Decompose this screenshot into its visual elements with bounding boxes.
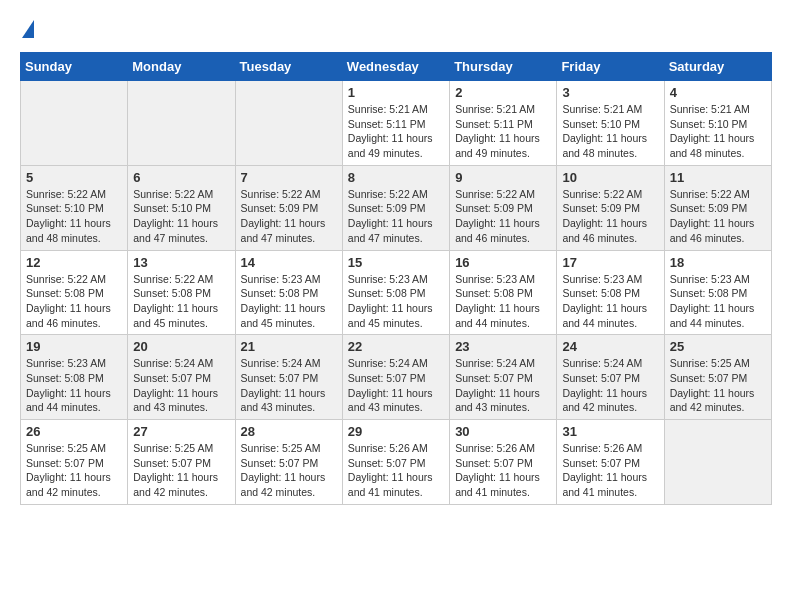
day-info: Sunrise: 5:23 AMSunset: 5:08 PMDaylight:… [348, 272, 444, 331]
calendar-day-cell: 23Sunrise: 5:24 AMSunset: 5:07 PMDayligh… [450, 335, 557, 420]
day-info: Sunrise: 5:24 AMSunset: 5:07 PMDaylight:… [348, 356, 444, 415]
calendar-day-cell: 13Sunrise: 5:22 AMSunset: 5:08 PMDayligh… [128, 250, 235, 335]
day-info-line: Sunset: 5:09 PM [670, 202, 748, 214]
calendar-day-cell [664, 420, 771, 505]
day-info-line: Sunrise: 5:23 AM [670, 273, 750, 285]
day-number: 23 [455, 339, 551, 354]
day-number: 31 [562, 424, 658, 439]
weekday-header-wednesday: Wednesday [342, 53, 449, 81]
calendar-day-cell: 20Sunrise: 5:24 AMSunset: 5:07 PMDayligh… [128, 335, 235, 420]
day-info-line: Sunrise: 5:26 AM [455, 442, 535, 454]
weekday-header-saturday: Saturday [664, 53, 771, 81]
weekday-header-tuesday: Tuesday [235, 53, 342, 81]
day-info-line: Sunset: 5:08 PM [26, 372, 104, 384]
day-number: 29 [348, 424, 444, 439]
day-info-line: Sunset: 5:10 PM [26, 202, 104, 214]
day-info-line: Daylight: 11 hours and 43 minutes. [241, 387, 326, 414]
calendar-day-cell: 30Sunrise: 5:26 AMSunset: 5:07 PMDayligh… [450, 420, 557, 505]
day-info-line: Sunset: 5:08 PM [670, 287, 748, 299]
day-number: 7 [241, 170, 337, 185]
day-number: 1 [348, 85, 444, 100]
day-info-line: Daylight: 11 hours and 44 minutes. [26, 387, 111, 414]
day-number: 15 [348, 255, 444, 270]
day-info: Sunrise: 5:23 AMSunset: 5:08 PMDaylight:… [455, 272, 551, 331]
day-info-line: Daylight: 11 hours and 43 minutes. [133, 387, 218, 414]
calendar-body: 1Sunrise: 5:21 AMSunset: 5:11 PMDaylight… [21, 81, 772, 505]
day-info-line: Sunrise: 5:24 AM [241, 357, 321, 369]
day-number: 11 [670, 170, 766, 185]
day-info-line: Sunrise: 5:22 AM [348, 188, 428, 200]
day-info: Sunrise: 5:26 AMSunset: 5:07 PMDaylight:… [455, 441, 551, 500]
calendar-header: SundayMondayTuesdayWednesdayThursdayFrid… [21, 53, 772, 81]
day-info: Sunrise: 5:22 AMSunset: 5:08 PMDaylight:… [133, 272, 229, 331]
day-info-line: Sunrise: 5:25 AM [133, 442, 213, 454]
day-info: Sunrise: 5:25 AMSunset: 5:07 PMDaylight:… [241, 441, 337, 500]
day-info-line: Daylight: 11 hours and 48 minutes. [26, 217, 111, 244]
day-info-line: Daylight: 11 hours and 45 minutes. [241, 302, 326, 329]
day-info-line: Daylight: 11 hours and 46 minutes. [670, 217, 755, 244]
day-number: 9 [455, 170, 551, 185]
weekday-header-row: SundayMondayTuesdayWednesdayThursdayFrid… [21, 53, 772, 81]
calendar-day-cell: 10Sunrise: 5:22 AMSunset: 5:09 PMDayligh… [557, 165, 664, 250]
day-info-line: Sunset: 5:07 PM [562, 372, 640, 384]
day-number: 18 [670, 255, 766, 270]
day-info: Sunrise: 5:22 AMSunset: 5:09 PMDaylight:… [455, 187, 551, 246]
header [20, 20, 772, 36]
day-number: 28 [241, 424, 337, 439]
day-info: Sunrise: 5:23 AMSunset: 5:08 PMDaylight:… [241, 272, 337, 331]
calendar-week-row: 26Sunrise: 5:25 AMSunset: 5:07 PMDayligh… [21, 420, 772, 505]
day-info-line: Sunrise: 5:22 AM [241, 188, 321, 200]
day-info-line: Sunrise: 5:21 AM [670, 103, 750, 115]
day-info: Sunrise: 5:21 AMSunset: 5:11 PMDaylight:… [348, 102, 444, 161]
day-info-line: Daylight: 11 hours and 46 minutes. [562, 217, 647, 244]
day-info-line: Daylight: 11 hours and 46 minutes. [26, 302, 111, 329]
day-number: 25 [670, 339, 766, 354]
day-info-line: Sunset: 5:08 PM [133, 287, 211, 299]
calendar-day-cell: 6Sunrise: 5:22 AMSunset: 5:10 PMDaylight… [128, 165, 235, 250]
day-number: 27 [133, 424, 229, 439]
day-number: 4 [670, 85, 766, 100]
day-number: 24 [562, 339, 658, 354]
day-info-line: Sunrise: 5:25 AM [241, 442, 321, 454]
day-info-line: Sunset: 5:08 PM [348, 287, 426, 299]
calendar-day-cell: 26Sunrise: 5:25 AMSunset: 5:07 PMDayligh… [21, 420, 128, 505]
day-number: 6 [133, 170, 229, 185]
day-info-line: Sunrise: 5:24 AM [455, 357, 535, 369]
day-info-line: Sunrise: 5:24 AM [562, 357, 642, 369]
calendar-week-row: 1Sunrise: 5:21 AMSunset: 5:11 PMDaylight… [21, 81, 772, 166]
day-info: Sunrise: 5:21 AMSunset: 5:10 PMDaylight:… [670, 102, 766, 161]
day-info-line: Sunset: 5:08 PM [26, 287, 104, 299]
day-info-line: Sunset: 5:10 PM [562, 118, 640, 130]
calendar-week-row: 19Sunrise: 5:23 AMSunset: 5:08 PMDayligh… [21, 335, 772, 420]
day-info-line: Sunset: 5:09 PM [562, 202, 640, 214]
day-info-line: Sunrise: 5:25 AM [26, 442, 106, 454]
day-info-line: Daylight: 11 hours and 47 minutes. [241, 217, 326, 244]
day-info-line: Sunset: 5:07 PM [348, 372, 426, 384]
day-info-line: Sunrise: 5:23 AM [562, 273, 642, 285]
calendar-day-cell: 7Sunrise: 5:22 AMSunset: 5:09 PMDaylight… [235, 165, 342, 250]
day-info-line: Sunrise: 5:23 AM [455, 273, 535, 285]
day-info-line: Sunrise: 5:22 AM [670, 188, 750, 200]
day-info-line: Sunset: 5:11 PM [348, 118, 426, 130]
day-number: 26 [26, 424, 122, 439]
day-info: Sunrise: 5:21 AMSunset: 5:10 PMDaylight:… [562, 102, 658, 161]
day-info-line: Daylight: 11 hours and 49 minutes. [455, 132, 540, 159]
day-number: 10 [562, 170, 658, 185]
day-info-line: Sunset: 5:07 PM [455, 457, 533, 469]
day-info-line: Sunrise: 5:22 AM [133, 273, 213, 285]
day-info-line: Daylight: 11 hours and 48 minutes. [562, 132, 647, 159]
calendar-day-cell: 4Sunrise: 5:21 AMSunset: 5:10 PMDaylight… [664, 81, 771, 166]
day-number: 21 [241, 339, 337, 354]
calendar-day-cell: 29Sunrise: 5:26 AMSunset: 5:07 PMDayligh… [342, 420, 449, 505]
day-info-line: Sunrise: 5:22 AM [133, 188, 213, 200]
day-info-line: Sunrise: 5:22 AM [562, 188, 642, 200]
day-info: Sunrise: 5:24 AMSunset: 5:07 PMDaylight:… [133, 356, 229, 415]
day-info-line: Daylight: 11 hours and 42 minutes. [241, 471, 326, 498]
day-info-line: Daylight: 11 hours and 49 minutes. [348, 132, 433, 159]
day-info-line: Sunrise: 5:26 AM [562, 442, 642, 454]
calendar-day-cell [128, 81, 235, 166]
calendar-day-cell: 24Sunrise: 5:24 AMSunset: 5:07 PMDayligh… [557, 335, 664, 420]
day-info: Sunrise: 5:22 AMSunset: 5:10 PMDaylight:… [26, 187, 122, 246]
day-number: 17 [562, 255, 658, 270]
day-info-line: Sunrise: 5:22 AM [26, 273, 106, 285]
